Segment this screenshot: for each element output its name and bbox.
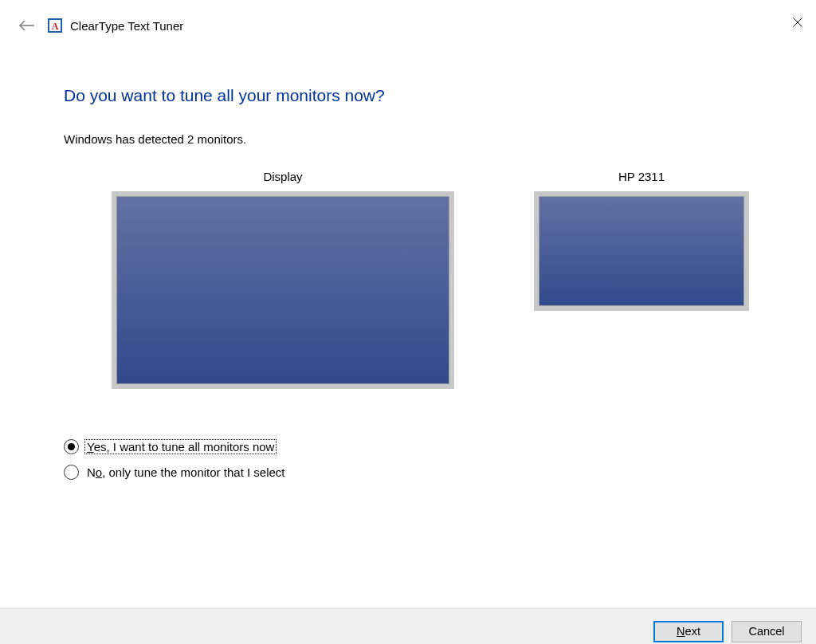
detected-text: Windows has detected 2 monitors.: [64, 132, 752, 146]
tune-options: Yes, I want to tune all monitors now No,…: [64, 435, 752, 483]
back-button[interactable]: [18, 16, 37, 35]
header: A ClearType Text Tuner: [0, 10, 816, 41]
content-area: Do you want to tune all your monitors no…: [0, 41, 816, 483]
radio-icon: [64, 465, 79, 480]
option-yes[interactable]: Yes, I want to tune all monitors now: [64, 435, 752, 457]
page-heading: Do you want to tune all your monitors no…: [64, 86, 752, 105]
app-title: ClearType Text Tuner: [70, 19, 183, 33]
monitor-icon: [534, 191, 749, 311]
option-yes-label: Yes, I want to tune all monitors now: [85, 440, 276, 454]
back-arrow-icon: [18, 19, 36, 32]
cancel-button[interactable]: Cancel: [732, 621, 802, 642]
monitor-secondary[interactable]: HP 2311: [534, 170, 749, 311]
option-no[interactable]: No, only tune the monitor that I select: [64, 461, 752, 483]
next-button[interactable]: Next: [653, 621, 724, 642]
footer: Next Cancel: [0, 608, 816, 644]
monitor-primary[interactable]: Display: [112, 170, 454, 389]
radio-icon: [64, 439, 79, 454]
svg-text:A: A: [52, 21, 59, 32]
monitor-label: HP 2311: [618, 170, 665, 183]
wizard-window: A ClearType Text Tuner Do you want to tu…: [0, 10, 816, 644]
option-no-label: No, only tune the monitor that I select: [85, 465, 286, 479]
monitors-row: Display HP 2311: [112, 170, 752, 389]
monitor-icon: [112, 191, 454, 389]
monitor-label: Display: [263, 170, 302, 183]
close-icon: [793, 18, 802, 27]
close-button[interactable]: [779, 10, 816, 35]
app-icon: A: [48, 18, 62, 33]
